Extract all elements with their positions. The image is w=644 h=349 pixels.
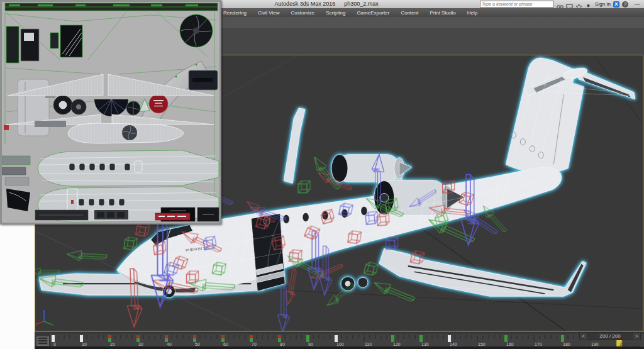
menu-gameexporter[interactable]: GameExporter	[351, 10, 395, 16]
communication-center-icon[interactable]	[566, 1, 573, 8]
file-name: ph300_2.max	[344, 1, 379, 7]
svg-text:30: 30	[138, 342, 143, 346]
svg-text:120: 120	[393, 342, 401, 346]
help-icon[interactable]: ?	[622, 1, 628, 8]
gizmo-box[interactable]	[136, 223, 150, 236]
gizmo-arrow[interactable]	[372, 279, 416, 305]
app-title: Autodesk 3ds Max 2016	[275, 1, 336, 7]
frame-readout-value: 200 / 200	[587, 333, 634, 340]
svg-text:170: 170	[535, 342, 542, 346]
uv-canvas[interactable]	[2, 2, 219, 223]
svg-text:10: 10	[82, 342, 87, 346]
menu-customize[interactable]: Customize	[285, 10, 320, 16]
menu-print-studio[interactable]: Print Studio	[424, 10, 461, 16]
background-window	[0, 224, 35, 349]
svg-text:40: 40	[167, 342, 172, 346]
uv-texture-editor-window[interactable]	[0, 0, 221, 224]
gizmo-box[interactable]	[386, 237, 398, 249]
menu-scripting[interactable]: Scripting	[320, 10, 351, 16]
svg-text:180: 180	[563, 342, 570, 346]
svg-text:140: 140	[450, 342, 457, 346]
prev-frame-button[interactable]: <	[580, 333, 587, 339]
svg-text:110: 110	[365, 342, 372, 346]
svg-text:0: 0	[53, 342, 56, 346]
next-frame-button[interactable]: >	[633, 333, 640, 339]
menu-help[interactable]: Help	[462, 10, 483, 16]
search-icon[interactable]	[557, 1, 564, 8]
screen: Autodesk 3ds Max 2016ph300_2.max Sign In…	[0, 0, 644, 349]
svg-text:190: 190	[591, 342, 599, 346]
sign-in-button[interactable]: Sign In	[595, 1, 611, 7]
svg-text:60: 60	[223, 342, 228, 346]
menu-content[interactable]: Content	[395, 10, 424, 16]
window-title: Autodesk 3ds Max 2016ph300_2.max	[270, 1, 383, 7]
svg-text:80: 80	[280, 342, 285, 346]
red-logo-disc	[149, 94, 168, 113]
gizmo-arrow[interactable]	[67, 250, 107, 262]
svg-text:90: 90	[308, 342, 313, 346]
search-input[interactable]	[480, 1, 554, 8]
svg-text:200: 200	[619, 342, 627, 346]
svg-text:20: 20	[110, 342, 115, 346]
svg-text:100: 100	[336, 342, 344, 346]
frame-readout: < 200 / 200 >	[579, 332, 641, 340]
svg-text:130: 130	[421, 342, 429, 346]
gizmo-arrow[interactable]	[278, 285, 290, 331]
menu-rendering[interactable]: Rendering	[218, 10, 252, 16]
infocenter: Sign In X ? —	[480, 1, 640, 8]
favorites-star-icon[interactable]	[575, 1, 582, 8]
status-bar	[35, 346, 644, 349]
time-ruler[interactable]: 0102030405060708090100110120130140150160…	[35, 334, 644, 348]
user-icon[interactable]	[585, 1, 592, 8]
axis-tripod-icon	[35, 310, 53, 325]
exchange-apps-icon[interactable]: X	[613, 1, 619, 8]
gizmo-box[interactable]	[298, 181, 310, 193]
svg-text:160: 160	[506, 342, 514, 346]
gizmo-box[interactable]	[124, 236, 137, 250]
svg-text:50: 50	[195, 342, 200, 346]
minimize-button[interactable]: —	[635, 1, 640, 8]
red-info-badge	[155, 213, 190, 220]
gizmo-box[interactable]	[364, 262, 378, 276]
svg-text:70: 70	[252, 342, 257, 346]
svg-text:150: 150	[478, 342, 486, 346]
menu-civil-view[interactable]: Civil View	[252, 10, 286, 16]
gizmo-arrow[interactable]	[35, 268, 60, 275]
